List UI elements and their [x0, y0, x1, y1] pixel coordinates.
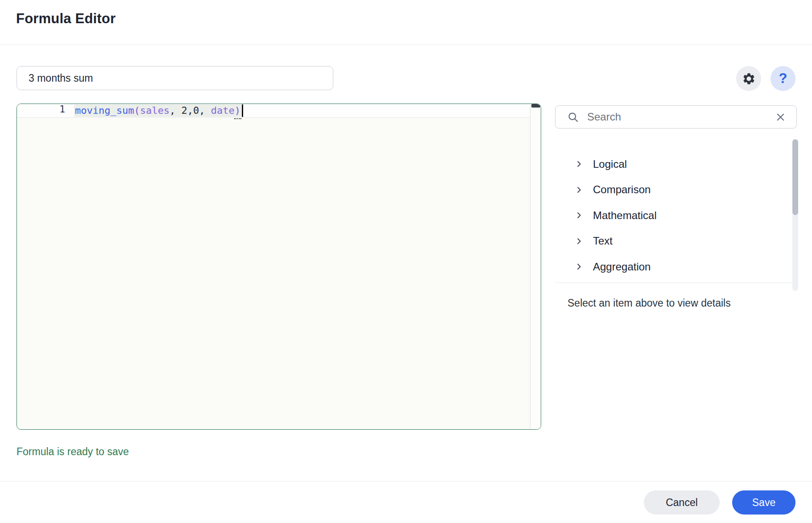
category-item-text[interactable]: Text	[555, 228, 791, 254]
token-plain: , 2,0,	[170, 105, 211, 116]
parameter-hint-dots	[234, 118, 241, 119]
token-function: moving_sum	[75, 105, 134, 116]
editor-scrollbar-thumb[interactable]	[531, 104, 540, 108]
settings-button[interactable]	[736, 66, 761, 91]
details-hint: Select an item above to view details	[568, 297, 731, 309]
token-operator: )	[235, 105, 240, 116]
category-label: Text	[593, 235, 613, 247]
chevron-right-icon[interactable]	[575, 186, 583, 194]
category-item-logical[interactable]: Logical	[555, 151, 791, 177]
chevron-right-icon[interactable]	[575, 237, 583, 245]
panel-scrollbar-thumb[interactable]	[792, 139, 798, 215]
token-column: sales	[140, 105, 170, 116]
page-title: Formula Editor	[16, 11, 116, 27]
panel-divider	[555, 282, 797, 283]
category-item-aggregation[interactable]: Aggregation	[555, 254, 791, 280]
category-list: Logical Comparison Mathematical Text Agg	[555, 134, 791, 280]
help-button[interactable]: ?	[771, 66, 795, 91]
save-button[interactable]: Save	[732, 490, 795, 515]
clear-search-button[interactable]	[775, 112, 786, 122]
chevron-right-icon[interactable]	[575, 160, 583, 168]
formula-code-line: moving_sum(sales, 2,0, date)	[74, 104, 243, 117]
chevron-right-icon[interactable]	[575, 262, 583, 271]
search-icon	[567, 111, 579, 123]
category-label: Comparison	[593, 183, 650, 196]
formula-name-input[interactable]	[17, 66, 333, 90]
header-divider	[0, 45, 812, 45]
category-item-comparison[interactable]: Comparison	[555, 177, 791, 203]
editor-scrollbar-track[interactable]	[530, 104, 541, 429]
formula-editor-dialog: Formula Editor ? 1 moving_sum(sales, 2,0…	[0, 0, 812, 523]
line-number: 1	[48, 104, 65, 115]
question-mark-icon: ?	[779, 71, 787, 87]
category-label: Aggregation	[593, 261, 650, 273]
function-search-box	[555, 105, 797, 129]
formula-status-message: Formula is ready to save	[17, 446, 129, 458]
token-operator: (	[134, 105, 140, 116]
close-icon	[775, 112, 786, 122]
chevron-right-icon[interactable]	[575, 211, 583, 220]
footer-divider	[0, 481, 812, 481]
token-column: date	[211, 105, 235, 116]
formula-code-editor[interactable]: 1 moving_sum(sales, 2,0, date)	[17, 104, 541, 430]
category-item-mathematical[interactable]: Mathematical	[555, 203, 791, 228]
text-cursor	[242, 104, 243, 117]
panel-scrollbar-track[interactable]	[792, 139, 798, 291]
category-label: Logical	[593, 158, 627, 170]
search-input[interactable]	[587, 111, 775, 123]
formula-text: moving_sum(sales, 2,0, date)	[74, 104, 241, 117]
gear-icon	[742, 72, 756, 86]
category-label: Mathematical	[593, 209, 657, 222]
cancel-button[interactable]: Cancel	[644, 490, 720, 515]
